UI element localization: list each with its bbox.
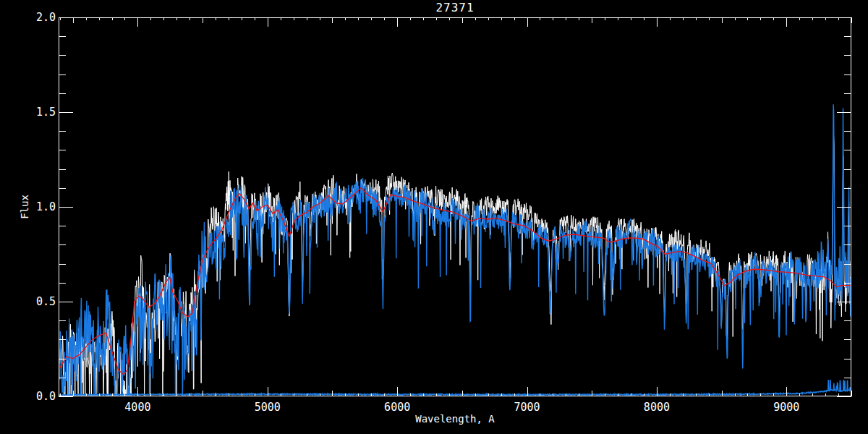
spectrum-figure: 4000500060007000800090000.00.51.01.52.0 … xyxy=(0,0,868,434)
y-tick-label: 0.0 xyxy=(36,390,56,403)
spectrum-plot: 4000500060007000800090000.00.51.01.52.0 … xyxy=(0,0,868,434)
x-tick-label: 7000 xyxy=(514,401,540,414)
x-tick-label: 5000 xyxy=(255,401,281,414)
x-tick-label: 9000 xyxy=(773,401,799,414)
x-tick-label: 4000 xyxy=(124,401,150,414)
x-tick-label: 8000 xyxy=(644,401,670,414)
y-tick-label: 2.0 xyxy=(36,11,56,24)
x-axis-label: Wavelength, A xyxy=(415,413,495,425)
y-tick-label: 1.0 xyxy=(36,200,56,213)
y-tick-label: 0.5 xyxy=(36,295,56,308)
y-axis-label: Flux xyxy=(19,195,30,219)
y-tick-label: 1.5 xyxy=(36,106,56,119)
chart-title: 27371 xyxy=(435,1,474,14)
x-tick-label: 6000 xyxy=(384,401,410,414)
